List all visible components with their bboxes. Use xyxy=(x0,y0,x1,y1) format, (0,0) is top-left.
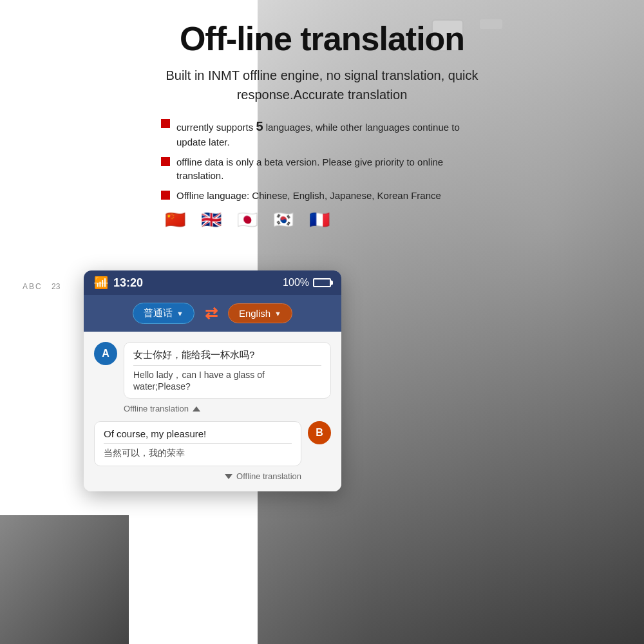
flags-row: 🇨🇳 🇬🇧 🇯🇵 🇰🇷 🇫🇷 xyxy=(161,210,483,229)
message-b-english: Of course, my pleasure! xyxy=(104,428,292,439)
phone-mockup: 📶 13:20 100% 普通话 ▼ ⇄ English ▼ A 女士你好，能给… xyxy=(84,270,341,491)
bullet-icon-2 xyxy=(161,157,170,166)
bullet-icon-1 xyxy=(161,119,170,128)
chat-area: A 女士你好，能给我一杯水吗? Hello lady，can I have a … xyxy=(84,332,341,491)
language-selector-bar: 普通话 ▼ ⇄ English ▼ xyxy=(84,295,341,332)
source-language-selector[interactable]: 普通话 ▼ xyxy=(133,303,194,324)
bubble-divider xyxy=(133,365,321,366)
source-language-label: 普通话 xyxy=(144,307,173,319)
flag-english: 🇬🇧 xyxy=(197,210,225,229)
avatar-a: A xyxy=(94,342,117,365)
bullet-item-1: currently supports 5 languages, while ot… xyxy=(161,117,483,149)
target-lang-chevron: ▼ xyxy=(274,310,281,317)
bullet1-number: 5 xyxy=(256,119,263,133)
message-b: Of course, my pleasure! 当然可以，我的荣幸 B xyxy=(94,421,331,466)
message-a: A 女士你好，能给我一杯水吗? Hello lady，can I have a … xyxy=(94,342,331,399)
flag-japanese: 🇯🇵 xyxy=(233,210,261,229)
bullet-text-2: offline data is only a beta version. Ple… xyxy=(176,155,483,182)
bullets-container: currently supports 5 languages, while ot… xyxy=(161,117,483,202)
seat-label-abc: ABC xyxy=(23,282,43,291)
flag-korean: 🇰🇷 xyxy=(269,210,298,229)
offline-label-a: Offline translation xyxy=(94,404,331,413)
seat-number: 23 xyxy=(52,282,60,291)
bullet-text-3: Offline language: Chinese, English, Japa… xyxy=(176,189,483,202)
status-bar-left: 📶 13:20 xyxy=(94,276,143,290)
wifi-icon: 📶 xyxy=(94,276,108,290)
page-title: Off-line translation xyxy=(26,19,618,58)
expand-icon-b[interactable] xyxy=(225,474,232,479)
swap-languages-button[interactable]: ⇄ xyxy=(205,305,218,323)
bullet1-prefix: currently supports xyxy=(176,122,256,133)
bullet-text-1: currently supports 5 languages, while ot… xyxy=(176,117,483,149)
bubble-a: 女士你好，能给我一杯水吗? Hello lady，can I have a gl… xyxy=(124,342,331,399)
target-language-selector[interactable]: English ▼ xyxy=(228,303,292,323)
content-area: Off-line translation Built in INMT offli… xyxy=(0,0,644,234)
bullet-item-3: Offline language: Chinese, English, Japa… xyxy=(161,189,483,202)
flag-chinese: 🇨🇳 xyxy=(161,210,189,229)
page-subtitle: Built in INMT offline engine, no signal … xyxy=(155,66,489,104)
battery-icon xyxy=(313,278,331,287)
message-a-chinese: 女士你好，能给我一杯水吗? xyxy=(133,349,321,361)
bullet-item-2: offline data is only a beta version. Ple… xyxy=(161,155,483,182)
battery-percentage: 100% xyxy=(283,277,309,289)
bottom-left-background xyxy=(0,515,129,644)
offline-label-b: Offline translation xyxy=(94,471,331,481)
offline-label-a-text: Offline translation xyxy=(124,404,189,413)
status-time: 13:20 xyxy=(113,276,143,290)
bubble-b-divider xyxy=(104,443,292,444)
offline-label-b-text: Offline translation xyxy=(236,471,301,481)
target-language-label: English xyxy=(239,308,270,319)
collapse-icon-a[interactable] xyxy=(193,406,200,412)
bullet-icon-3 xyxy=(161,191,170,200)
bubble-b: Of course, my pleasure! 当然可以，我的荣幸 xyxy=(94,421,301,466)
flag-french: 🇫🇷 xyxy=(305,210,334,229)
avatar-b: B xyxy=(308,421,331,444)
source-lang-chevron: ▼ xyxy=(176,310,184,317)
status-bar-right: 100% xyxy=(283,277,331,289)
message-a-english: Hello lady，can I have a glass of water;P… xyxy=(133,370,321,392)
phone-status-bar: 📶 13:20 100% xyxy=(84,270,341,295)
message-b-chinese: 当然可以，我的荣幸 xyxy=(104,448,292,459)
